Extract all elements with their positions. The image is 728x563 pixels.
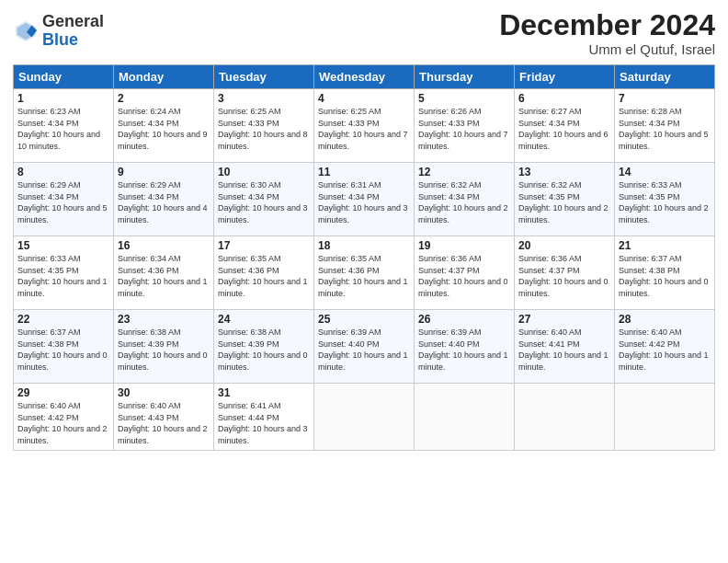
day-number: 22 [17, 313, 109, 326]
calendar-cell: 6Sunrise: 6:27 AMSunset: 4:34 PMDaylight… [515, 89, 615, 163]
day-info: Sunrise: 6:23 AMSunset: 4:34 PMDaylight:… [17, 106, 109, 152]
day-info: Sunrise: 6:32 AMSunset: 4:34 PMDaylight:… [418, 179, 510, 225]
location: Umm el Qutuf, Israel [499, 41, 715, 57]
day-info: Sunrise: 6:36 AMSunset: 4:37 PMDaylight:… [418, 253, 510, 299]
calendar-cell: 24Sunrise: 6:38 AMSunset: 4:39 PMDayligh… [214, 310, 314, 384]
day-number: 3 [218, 92, 310, 105]
calendar-cell: 26Sunrise: 6:39 AMSunset: 4:40 PMDayligh… [415, 310, 515, 384]
month-title: December 2024 [499, 9, 715, 41]
title-block: December 2024 Umm el Qutuf, Israel [499, 9, 715, 57]
day-info: Sunrise: 6:28 AMSunset: 4:34 PMDaylight:… [619, 106, 711, 152]
day-header-saturday: Saturday [615, 65, 715, 89]
day-header-friday: Friday [515, 65, 615, 89]
day-number: 17 [218, 239, 310, 252]
day-number: 31 [218, 386, 310, 399]
day-number: 24 [218, 313, 310, 326]
day-header-wednesday: Wednesday [314, 65, 415, 89]
day-info: Sunrise: 6:25 AMSunset: 4:33 PMDaylight:… [218, 106, 310, 152]
day-number: 1 [17, 92, 109, 105]
day-info: Sunrise: 6:35 AMSunset: 4:36 PMDaylight:… [218, 253, 310, 299]
calendar-cell: 7Sunrise: 6:28 AMSunset: 4:34 PMDaylight… [615, 89, 715, 163]
calendar-cell [415, 384, 515, 450]
calendar-cell: 12Sunrise: 6:32 AMSunset: 4:34 PMDayligh… [415, 163, 515, 236]
calendar-cell [314, 384, 415, 450]
day-number: 5 [418, 92, 510, 105]
header: General Blue December 2024 Umm el Qutuf,… [13, 9, 715, 57]
day-info: Sunrise: 6:29 AMSunset: 4:34 PMDaylight:… [118, 179, 210, 225]
day-info: Sunrise: 6:25 AMSunset: 4:33 PMDaylight:… [318, 106, 410, 152]
calendar-cell: 21Sunrise: 6:37 AMSunset: 4:38 PMDayligh… [615, 236, 715, 310]
day-info: Sunrise: 6:37 AMSunset: 4:38 PMDaylight:… [619, 253, 711, 299]
calendar-cell: 15Sunrise: 6:33 AMSunset: 4:35 PMDayligh… [14, 236, 114, 310]
day-info: Sunrise: 6:38 AMSunset: 4:39 PMDaylight:… [218, 327, 310, 373]
calendar-cell: 29Sunrise: 6:40 AMSunset: 4:42 PMDayligh… [14, 384, 114, 450]
logo-general-text: General [42, 13, 104, 31]
day-info: Sunrise: 6:26 AMSunset: 4:33 PMDaylight:… [418, 106, 510, 152]
calendar-table: SundayMondayTuesdayWednesdayThursdayFrid… [13, 64, 715, 450]
logo-icon [13, 18, 39, 44]
day-info: Sunrise: 6:33 AMSunset: 4:35 PMDaylight:… [619, 179, 711, 225]
week-row-3: 15Sunrise: 6:33 AMSunset: 4:35 PMDayligh… [14, 236, 715, 310]
day-info: Sunrise: 6:40 AMSunset: 4:41 PMDaylight:… [518, 327, 610, 373]
day-info: Sunrise: 6:36 AMSunset: 4:37 PMDaylight:… [518, 253, 610, 299]
day-number: 26 [418, 313, 510, 326]
logo: General Blue [13, 13, 104, 50]
calendar-cell: 8Sunrise: 6:29 AMSunset: 4:34 PMDaylight… [14, 163, 114, 236]
week-row-5: 29Sunrise: 6:40 AMSunset: 4:42 PMDayligh… [14, 384, 715, 450]
day-info: Sunrise: 6:38 AMSunset: 4:39 PMDaylight:… [118, 327, 210, 373]
calendar-cell: 23Sunrise: 6:38 AMSunset: 4:39 PMDayligh… [114, 310, 214, 384]
day-number: 21 [619, 239, 711, 252]
day-header-tuesday: Tuesday [214, 65, 314, 89]
calendar-cell: 2Sunrise: 6:24 AMSunset: 4:34 PMDaylight… [114, 89, 214, 163]
day-header-thursday: Thursday [415, 65, 515, 89]
day-info: Sunrise: 6:30 AMSunset: 4:34 PMDaylight:… [218, 179, 310, 225]
day-number: 15 [17, 239, 109, 252]
day-info: Sunrise: 6:34 AMSunset: 4:36 PMDaylight:… [118, 253, 210, 299]
day-number: 9 [118, 166, 210, 178]
day-number: 6 [518, 92, 610, 105]
week-row-1: 1Sunrise: 6:23 AMSunset: 4:34 PMDaylight… [14, 89, 715, 163]
calendar-cell: 14Sunrise: 6:33 AMSunset: 4:35 PMDayligh… [615, 163, 715, 236]
calendar-cell: 9Sunrise: 6:29 AMSunset: 4:34 PMDaylight… [114, 163, 214, 236]
header-row: SundayMondayTuesdayWednesdayThursdayFrid… [14, 65, 715, 89]
calendar-cell: 1Sunrise: 6:23 AMSunset: 4:34 PMDaylight… [14, 89, 114, 163]
day-number: 10 [218, 166, 310, 178]
day-number: 19 [418, 239, 510, 252]
day-info: Sunrise: 6:31 AMSunset: 4:34 PMDaylight:… [318, 179, 410, 225]
day-info: Sunrise: 6:27 AMSunset: 4:34 PMDaylight:… [518, 106, 610, 152]
day-info: Sunrise: 6:35 AMSunset: 4:36 PMDaylight:… [318, 253, 410, 299]
calendar-cell: 30Sunrise: 6:40 AMSunset: 4:43 PMDayligh… [114, 384, 214, 450]
day-number: 18 [318, 239, 410, 252]
week-row-4: 22Sunrise: 6:37 AMSunset: 4:38 PMDayligh… [14, 310, 715, 384]
day-info: Sunrise: 6:32 AMSunset: 4:35 PMDaylight:… [518, 179, 610, 225]
calendar-cell: 18Sunrise: 6:35 AMSunset: 4:36 PMDayligh… [314, 236, 415, 310]
calendar-cell: 27Sunrise: 6:40 AMSunset: 4:41 PMDayligh… [515, 310, 615, 384]
day-header-sunday: Sunday [14, 65, 114, 89]
calendar-cell: 3Sunrise: 6:25 AMSunset: 4:33 PMDaylight… [214, 89, 314, 163]
week-row-2: 8Sunrise: 6:29 AMSunset: 4:34 PMDaylight… [14, 163, 715, 236]
calendar-cell: 10Sunrise: 6:30 AMSunset: 4:34 PMDayligh… [214, 163, 314, 236]
day-number: 29 [17, 386, 109, 399]
day-number: 4 [318, 92, 410, 105]
day-number: 20 [518, 239, 610, 252]
calendar-cell: 16Sunrise: 6:34 AMSunset: 4:36 PMDayligh… [114, 236, 214, 310]
calendar-cell: 11Sunrise: 6:31 AMSunset: 4:34 PMDayligh… [314, 163, 415, 236]
calendar-cell [615, 384, 715, 450]
calendar-cell: 19Sunrise: 6:36 AMSunset: 4:37 PMDayligh… [415, 236, 515, 310]
day-number: 30 [118, 386, 210, 399]
day-number: 8 [17, 166, 109, 178]
day-number: 7 [619, 92, 711, 105]
day-info: Sunrise: 6:39 AMSunset: 4:40 PMDaylight:… [318, 327, 410, 373]
day-number: 13 [518, 166, 610, 178]
calendar-cell: 20Sunrise: 6:36 AMSunset: 4:37 PMDayligh… [515, 236, 615, 310]
calendar-cell: 31Sunrise: 6:41 AMSunset: 4:44 PMDayligh… [214, 384, 314, 450]
calendar-cell: 17Sunrise: 6:35 AMSunset: 4:36 PMDayligh… [214, 236, 314, 310]
day-info: Sunrise: 6:29 AMSunset: 4:34 PMDaylight:… [17, 179, 109, 225]
calendar-cell [515, 384, 615, 450]
calendar-cell: 25Sunrise: 6:39 AMSunset: 4:40 PMDayligh… [314, 310, 415, 384]
day-number: 23 [118, 313, 210, 326]
day-info: Sunrise: 6:41 AMSunset: 4:44 PMDaylight:… [218, 400, 310, 446]
calendar-cell: 4Sunrise: 6:25 AMSunset: 4:33 PMDaylight… [314, 89, 415, 163]
day-info: Sunrise: 6:24 AMSunset: 4:34 PMDaylight:… [118, 106, 210, 152]
day-number: 2 [118, 92, 210, 105]
